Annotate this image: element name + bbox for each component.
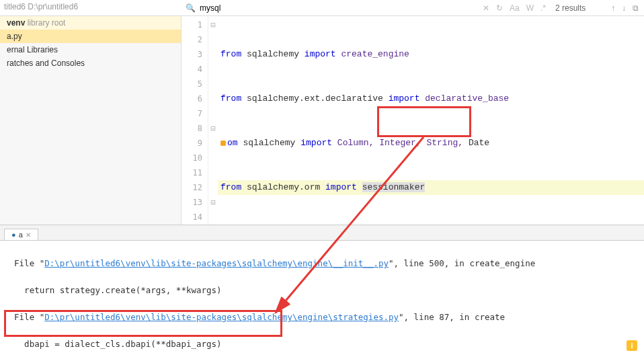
sidebar-item-scratches[interactable]: ratches and Consoles <box>0 56 181 70</box>
filter-icon[interactable]: ⧉ <box>633 3 639 13</box>
console-output[interactable]: File "D:\pr\untitled6\venv\lib\site-pack… <box>0 241 644 355</box>
history-icon[interactable]: ↻ <box>496 3 503 13</box>
prev-result-icon[interactable]: ↑ <box>611 3 615 13</box>
project-sidebar: venv library root a.py ernal Libraries r… <box>0 16 182 225</box>
search-results: 2 results ↑ ↓ ⧉ <box>550 0 644 15</box>
next-result-icon[interactable]: ↓ <box>622 3 626 13</box>
warning-icon <box>220 141 226 146</box>
file-link[interactable]: D:\pr\untitled6\venv\lib\site-packages\s… <box>44 312 399 322</box>
results-count: 2 results <box>555 3 586 13</box>
tab-run[interactable]: ● a ✕ <box>4 229 38 240</box>
console-tabs: ● a ✕ <box>0 225 644 241</box>
fold-icon[interactable]: ⊟ <box>208 195 218 210</box>
code-editor[interactable]: from sqlalchemy import create_engine fro… <box>218 16 644 225</box>
file-link[interactable]: D:\pr\untitled6\venv\lib\site-packages\s… <box>44 258 389 268</box>
close-icon[interactable]: ✕ <box>26 231 31 239</box>
breadcrumb: titled6 D:\pr\untitled6 <box>0 0 182 15</box>
sidebar-item-external[interactable]: ernal Libraries <box>0 43 181 56</box>
python-icon: ● <box>11 231 16 239</box>
match-case-icon[interactable]: Aa <box>510 3 520 13</box>
search-bar: 🔍 ✕ ↻ Aa W .* <box>182 0 550 15</box>
regex-icon[interactable]: .* <box>540 3 546 13</box>
info-icon[interactable]: i <box>627 340 637 351</box>
sidebar-item-venv[interactable]: venv library root <box>0 16 181 30</box>
line-gutter: 1234 5678 9101112 1314 <box>182 16 208 225</box>
clear-search-icon[interactable]: ✕ <box>483 3 489 13</box>
words-icon[interactable]: W <box>526 3 534 13</box>
fold-icon[interactable]: ⊟ <box>208 121 218 136</box>
fold-icon[interactable]: ⊟ <box>208 17 218 32</box>
sidebar-item-file[interactable]: a.py <box>0 30 181 43</box>
search-icon: 🔍 <box>186 3 196 13</box>
search-input[interactable] <box>200 3 479 13</box>
fold-column: ⊟ ⊟ ⊟ <box>208 16 218 225</box>
